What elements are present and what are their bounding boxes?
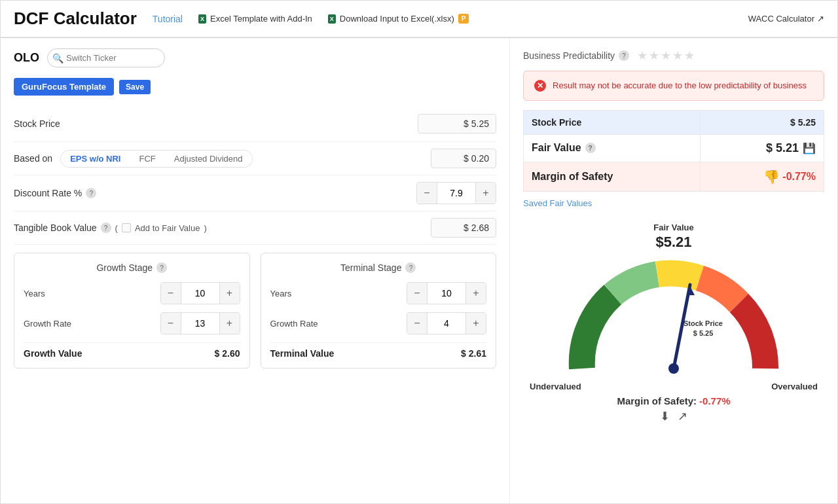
excel-template-link[interactable]: X Excel Template with Add-In	[198, 14, 312, 24]
tutorial-link[interactable]: Tutorial	[153, 14, 183, 24]
gauge-svg-wrapper: Stock Price $ 5.25	[562, 257, 785, 388]
terminal-years-plus[interactable]: +	[466, 283, 486, 304]
terminal-rate-stepper: − 4 +	[407, 312, 486, 334]
tab-eps[interactable]: EPS w/o NRI	[61, 151, 130, 167]
gauge-actions: ⬇ ↗	[660, 409, 687, 423]
growth-years-plus[interactable]: +	[220, 283, 240, 304]
growth-stage-box: Growth Stage ? Years − 10 + Growth Rate	[14, 253, 250, 369]
growth-years-label: Years	[24, 289, 160, 298]
discount-rate-stepper: − 7.9 +	[416, 182, 496, 204]
terminal-rate-label: Growth Rate	[270, 319, 407, 329]
terminal-stage-box: Terminal Stage ? Years − 10 + Growth Rat…	[261, 253, 497, 369]
growth-value-label: Growth Value	[24, 348, 82, 359]
terminal-years-label: Years	[270, 289, 407, 298]
ticker-search-wrapper: 🔍	[47, 48, 165, 67]
warning-box: ✕ Result may not be accurate due to the …	[523, 71, 824, 101]
growth-rate-row: Growth Rate − 13 +	[24, 312, 240, 334]
stock-price-row: Stock Price $ 5.25	[14, 106, 496, 142]
external-icon: ↗	[817, 14, 824, 24]
stock-price-label: Stock Price	[14, 118, 418, 129]
terminal-stage-title: Terminal Stage ?	[270, 262, 487, 273]
warning-icon: ✕	[534, 80, 546, 92]
predictability-row: Business Predictability ? ★ ★ ★ ★ ★	[523, 48, 824, 63]
terminal-years-value: 10	[427, 283, 466, 304]
discount-rate-label: Discount Rate % ?	[14, 188, 416, 198]
stars-container: ★ ★ ★ ★ ★	[637, 48, 695, 63]
ticker-symbol: OLO	[14, 51, 39, 65]
star-5: ★	[684, 48, 695, 63]
growth-stage-title: Growth Stage ?	[24, 262, 240, 273]
terminal-rate-minus[interactable]: −	[407, 313, 427, 334]
predictability-label: Business Predictability ?	[523, 50, 629, 61]
discount-rate-plus[interactable]: +	[476, 183, 496, 204]
star-1: ★	[637, 48, 647, 63]
growth-years-minus[interactable]: −	[161, 283, 181, 304]
save-button[interactable]: Save	[119, 80, 151, 94]
terminal-stage-help-icon[interactable]: ?	[405, 262, 416, 273]
tangible-book-label: Tangible Book Value ? ( Add to Fair Valu…	[14, 223, 431, 233]
growth-value: $ 2.60	[215, 348, 240, 359]
results-table: Stock Price $ 5.25 Fair Value ? $ 5.21 💾	[523, 110, 824, 192]
download-excel-link[interactable]: X Download Input to Excel(.xlsx) P	[328, 14, 469, 24]
warning-text: Result may not be accurate due to the lo…	[553, 79, 807, 92]
gauge-share-icon[interactable]: ↗	[678, 409, 687, 423]
star-3: ★	[661, 48, 671, 63]
terminal-value-label: Terminal Value	[270, 348, 335, 359]
pro-badge: P	[458, 14, 469, 24]
gauge-container: Fair Value $5.21	[523, 223, 824, 423]
fair-value-result-row: Fair Value ? $ 5.21 💾	[524, 134, 824, 162]
svg-text:$ 5.25: $ 5.25	[693, 329, 714, 337]
growth-stage-help-icon[interactable]: ?	[156, 262, 167, 273]
terminal-rate-value: 4	[427, 313, 466, 334]
search-icon: 🔍	[52, 53, 64, 63]
based-on-label: Based on	[14, 153, 52, 164]
predictability-help-icon[interactable]: ?	[619, 50, 629, 61]
growth-rate-value: 13	[181, 313, 220, 334]
ticker-search-input[interactable]	[47, 48, 165, 67]
gauge-fair-value: $5.21	[653, 234, 693, 251]
based-on-tabs: EPS w/o NRI FCF Adjusted Dividend	[60, 150, 252, 168]
stages-container: Growth Stage ? Years − 10 + Growth Rate	[14, 253, 496, 369]
tangible-book-value[interactable]: $ 2.68	[431, 218, 496, 238]
terminal-years-row: Years − 10 +	[270, 282, 487, 304]
gauge-margin-value: -0.77%	[699, 395, 731, 406]
tangible-book-help-icon[interactable]: ?	[101, 223, 111, 233]
based-on-value[interactable]: $ 0.20	[431, 149, 496, 168]
gauge-margin-label: Margin of Safety:	[617, 395, 697, 406]
terminal-stage-footer: Terminal Value $ 2.61	[270, 342, 487, 359]
margin-result-value: 👎 -0.77%	[700, 162, 824, 191]
fair-value-save-icon[interactable]: 💾	[803, 142, 816, 154]
terminal-years-stepper: − 10 +	[407, 282, 486, 304]
growth-rate-stepper: − 13 +	[160, 312, 240, 334]
saved-fair-values-link[interactable]: Saved Fair Values	[523, 198, 592, 208]
growth-rate-minus[interactable]: −	[161, 313, 181, 334]
template-badge: GuruFocus Template	[14, 78, 114, 96]
margin-result-row: Margin of Safety 👎 -0.77%	[524, 162, 824, 191]
tab-dividend[interactable]: Adjusted Dividend	[165, 151, 252, 167]
based-on-row: Based on EPS w/o NRI FCF Adjusted Divide…	[14, 142, 496, 175]
download-excel-label: Download Input to Excel(.xlsx)	[340, 14, 454, 24]
star-2: ★	[649, 48, 659, 63]
excel-template-label: Excel Template with Add-In	[210, 14, 312, 24]
growth-stage-footer: Growth Value $ 2.60	[24, 342, 240, 359]
growth-rate-plus[interactable]: +	[220, 313, 240, 334]
gauge-download-icon[interactable]: ⬇	[660, 409, 670, 423]
discount-rate-value: 7.9	[437, 183, 476, 204]
terminal-years-minus[interactable]: −	[407, 283, 427, 304]
margin-result-label: Margin of Safety	[524, 162, 701, 191]
add-to-fair-value-checkbox[interactable]	[122, 223, 131, 232]
tab-fcf[interactable]: FCF	[130, 151, 164, 167]
wacc-label: WACC Calculator	[748, 14, 814, 24]
discount-rate-help-icon[interactable]: ?	[86, 188, 96, 198]
fair-value-help-icon[interactable]: ?	[585, 143, 596, 153]
discount-rate-minus[interactable]: −	[417, 183, 437, 204]
stock-price-result-value: $ 5.25	[700, 110, 824, 134]
gauge-fair-value-label: Fair Value	[653, 223, 693, 232]
wacc-link[interactable]: WACC Calculator ↗	[748, 14, 824, 24]
gauge-svg: Stock Price $ 5.25	[562, 257, 785, 388]
stock-price-value[interactable]: $ 5.25	[418, 114, 496, 134]
excel-icon: X	[198, 14, 206, 24]
terminal-rate-plus[interactable]: +	[466, 313, 486, 334]
tangible-book-row: Tangible Book Value ? ( Add to Fair Valu…	[14, 211, 496, 245]
app-title: DCF Calculator	[14, 9, 137, 29]
